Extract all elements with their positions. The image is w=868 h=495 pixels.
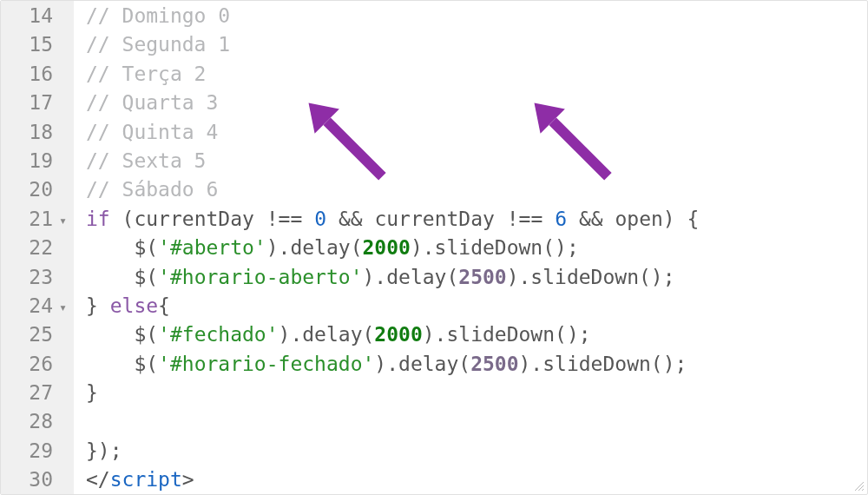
token-punct: ).slideDown();: [423, 323, 591, 346]
token-punct: $(: [86, 266, 158, 288]
token-punct: $(: [86, 323, 158, 346]
line-number-value: 28: [29, 410, 53, 432]
code-line[interactable]: // Quinta 4: [86, 118, 699, 147]
line-number: 22: [4, 234, 67, 262]
token-op: &&: [339, 208, 363, 230]
token-number: 6: [555, 208, 567, 230]
code-line[interactable]: if (currentDay !== 0 && currentDay !== 6…: [86, 205, 699, 234]
token-punct: ).slideDown();: [411, 236, 579, 259]
code-line[interactable]: // Sexta 5: [86, 147, 699, 175]
line-number: 27: [4, 379, 67, 407]
token-string: '#fechado': [158, 323, 278, 346]
token-number: 0: [314, 208, 326, 230]
line-number-value: 20: [29, 178, 53, 201]
line-number: 23: [4, 263, 67, 292]
code-line[interactable]: </script>: [86, 465, 699, 494]
line-number-value: 30: [29, 468, 53, 491]
token-op: [326, 208, 339, 230]
line-number: 26: [4, 350, 67, 379]
token-string: '#horario-aberto': [158, 266, 362, 288]
line-number: 19: [4, 147, 67, 175]
token-punct: ) {: [663, 208, 700, 230]
token-punct: ).delay(: [279, 323, 375, 346]
token-comment: // Segunda 1: [86, 33, 230, 56]
line-number-value: 15: [29, 33, 53, 56]
token-op: [542, 208, 555, 230]
fold-toggle-icon[interactable]: ▾: [55, 294, 67, 322]
token-punct: }: [86, 381, 98, 404]
line-number-value: 17: [29, 91, 53, 114]
token-comment: // Quinta 4: [86, 121, 218, 143]
code-area[interactable]: // Domingo 0// Segunda 1// Terça 2// Qua…: [74, 1, 699, 494]
token-punct: }: [86, 294, 110, 317]
line-number: 15: [4, 30, 67, 59]
code-line[interactable]: $('#horario-fechado').delay(2500).slideD…: [86, 350, 699, 379]
token-ident: open: [603, 208, 663, 230]
line-number-value: 24: [29, 294, 53, 317]
code-line[interactable]: $('#fechado').delay(2000).slideDown();: [86, 320, 699, 349]
token-op: ==: [519, 208, 543, 230]
code-line[interactable]: $('#aberto').delay(2000).slideDown();: [86, 234, 699, 262]
token-punct: ).delay(: [266, 236, 363, 259]
token-punct: ).slideDown();: [519, 353, 687, 375]
token-op: [302, 208, 314, 230]
line-number-gutter: 1415161718192021▾222324▾252627282930: [1, 1, 74, 494]
token-punct: (: [110, 208, 135, 230]
token-comment: // Terça 2: [86, 63, 206, 85]
code-line[interactable]: // Segunda 1: [86, 30, 699, 59]
token-op: [567, 208, 579, 230]
token-ident: currentDay: [363, 208, 507, 230]
token-tag: script: [110, 468, 182, 491]
code-line[interactable]: // Sábado 6: [86, 175, 699, 204]
code-line[interactable]: // Quarta 3: [86, 89, 699, 117]
code-editor[interactable]: 1415161718192021▾222324▾252627282930 // …: [0, 0, 868, 495]
line-number: 16: [4, 60, 67, 89]
token-comment: // Domingo 0: [86, 4, 230, 27]
code-line[interactable]: // Terça 2: [86, 60, 699, 89]
token-punct: ).delay(: [363, 266, 459, 288]
line-number: 25: [4, 320, 67, 349]
token-punct: </: [86, 468, 110, 491]
token-op: &&: [579, 208, 603, 230]
code-line[interactable]: } else{: [86, 292, 699, 320]
code-line[interactable]: $('#horario-aberto').delay(2500).slideDo…: [86, 263, 699, 292]
line-number-value: 25: [29, 323, 53, 346]
line-number-value: 19: [29, 149, 53, 172]
token-keyword: else: [110, 294, 158, 317]
line-number-value: 22: [29, 236, 53, 259]
line-number: 29: [4, 437, 67, 465]
line-number-value: 14: [29, 4, 53, 27]
line-number-value: 27: [29, 381, 53, 404]
line-number-value: 18: [29, 121, 53, 143]
line-number-value: 26: [29, 353, 53, 375]
line-number-value: 29: [29, 439, 53, 462]
token-op: ==: [279, 208, 303, 230]
line-number-value: 23: [29, 266, 53, 288]
token-ident: currentDay: [134, 208, 266, 230]
resize-handle-icon[interactable]: [852, 479, 865, 492]
token-punct: ).slideDown();: [507, 266, 675, 288]
line-number: 14: [4, 2, 67, 30]
line-number-value: 16: [29, 63, 53, 85]
token-op: !: [507, 208, 519, 230]
token-number2: 2000: [363, 236, 411, 259]
fold-toggle-icon[interactable]: ▾: [55, 207, 67, 235]
token-string: '#aberto': [158, 236, 266, 259]
token-string: '#horario-fechado': [158, 353, 374, 375]
line-number: 18: [4, 118, 67, 147]
token-punct: {: [158, 294, 170, 317]
token-punct: >: [182, 468, 194, 491]
token-punct: $(: [86, 236, 158, 259]
line-number: 24▾: [4, 292, 67, 320]
code-line[interactable]: // Domingo 0: [86, 2, 699, 30]
line-number: 21▾: [4, 205, 67, 234]
code-line[interactable]: [86, 407, 699, 436]
line-number-value: 21: [29, 208, 53, 230]
code-line[interactable]: }: [86, 379, 699, 407]
token-comment: // Sexta 5: [86, 149, 206, 172]
code-line[interactable]: });: [86, 437, 699, 465]
token-keyword: if: [86, 208, 110, 230]
token-comment: // Sábado 6: [86, 178, 218, 201]
svg-line-2: [862, 489, 864, 491]
line-number: 17: [4, 89, 67, 117]
